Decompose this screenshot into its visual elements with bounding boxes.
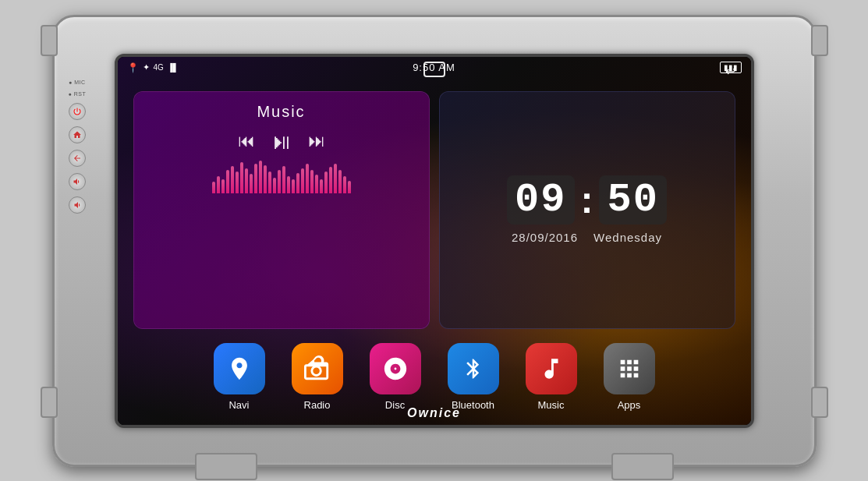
app-apps[interactable]: Apps [598, 343, 661, 411]
home-top-icon [423, 62, 445, 77]
app-radio[interactable]: Radio [286, 343, 349, 411]
back-nav-icon[interactable]: ↩ [725, 64, 735, 79]
app-disc[interactable]: Disc [364, 343, 427, 411]
main-content: Music ⏮ ⏯ ⏭ 09 : [118, 79, 751, 425]
status-icons-right: ▮▮▮ ↩ [720, 62, 742, 73]
signal-icon: 4G [154, 63, 164, 72]
navi-icon [214, 343, 265, 394]
bracket-bottom-left [41, 387, 58, 418]
brand-name: Ownice [407, 406, 461, 419]
mount-right [611, 453, 674, 480]
bluetooth-status-icon: ✦ [143, 62, 150, 73]
mic-label: ● MIC [69, 80, 86, 85]
clock-digits: 09 : 50 [507, 175, 667, 225]
clock-date-value: 28/09/2016 [512, 231, 578, 244]
bracket-top-right [811, 25, 828, 56]
vol-up-button[interactable] [69, 173, 86, 190]
clock-day-value: Wednesday [593, 231, 662, 244]
home-button[interactable] [69, 126, 86, 143]
disc-icon [370, 343, 421, 394]
rst-label: ● RST [69, 91, 87, 97]
bracket-bottom-right [811, 387, 828, 418]
bluetooth-icon [448, 343, 499, 394]
status-icons-left: 📍 ✦ 4G ▐▌ [127, 62, 179, 73]
app-music[interactable]: Music [520, 343, 583, 411]
play-pause-button[interactable]: ⏯ [271, 129, 292, 154]
music-widget[interactable]: Music ⏮ ⏯ ⏭ [133, 91, 430, 329]
app-navi[interactable]: Navi [208, 343, 271, 411]
equalizer [147, 162, 416, 193]
bracket-top-left [41, 25, 58, 56]
back-button-side[interactable] [69, 150, 86, 167]
clock-hour: 09 [507, 175, 574, 225]
mount-left [195, 453, 257, 480]
app-bluetooth[interactable]: Bluetooth [442, 343, 505, 411]
power-button[interactable] [69, 103, 86, 120]
apps-icon [604, 343, 655, 394]
music-icon [526, 343, 577, 394]
music-controls: ⏮ ⏯ ⏭ [147, 129, 416, 154]
clock-date: 28/09/2016 Wednesday [512, 231, 662, 244]
clock-separator: : [581, 179, 593, 221]
music-widget-title: Music [147, 103, 416, 121]
vol-down-button[interactable] [69, 196, 86, 214]
widgets-row: Music ⏮ ⏯ ⏭ 09 : [118, 79, 751, 338]
clock-widget: 09 : 50 28/09/2016 Wednesday [439, 91, 735, 329]
screen-bezel: 📍 ✦ 4G ▐▌ 9:50 AM ▮▮▮ ↩ Music [115, 54, 754, 428]
bars-icon: ▐▌ [168, 63, 179, 72]
location-icon: 📍 [127, 62, 139, 73]
radio-icon [292, 343, 343, 394]
status-bar: 📍 ✦ 4G ▐▌ 9:50 AM ▮▮▮ ↩ [118, 57, 751, 79]
car-head-unit: ● MIC ● RST 📍 ✦ 4G [52, 15, 817, 467]
clock-minute: 50 [599, 175, 666, 225]
side-buttons-panel: ● MIC ● RST [69, 80, 87, 214]
brand-bar: Ownice [118, 406, 751, 420]
screen: 📍 ✦ 4G ▐▌ 9:50 AM ▮▮▮ ↩ Music [118, 57, 751, 425]
rewind-button[interactable]: ⏮ [238, 131, 255, 151]
fast-forward-button[interactable]: ⏭ [308, 131, 325, 151]
